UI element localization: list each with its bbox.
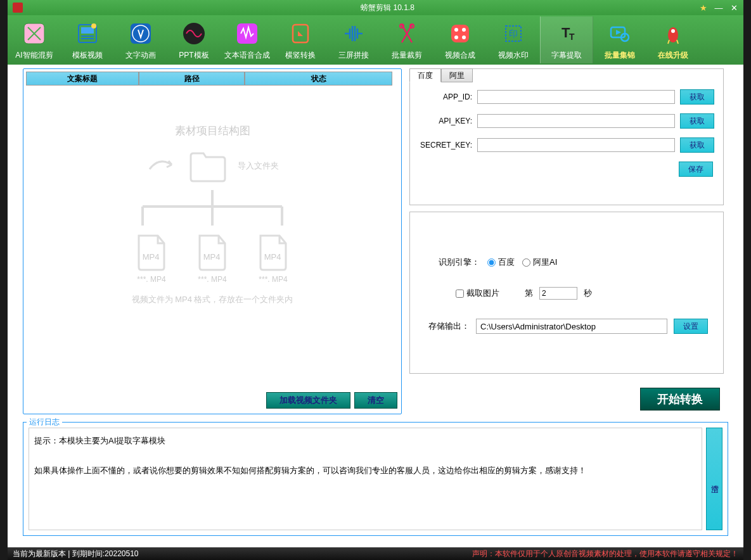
close-button[interactable]: ✕ xyxy=(729,3,738,12)
load-folder-button[interactable]: 加载视频文件夹 xyxy=(266,392,350,409)
mp4-label: ***. MP4 xyxy=(137,275,165,284)
svg-rect-2 xyxy=(81,27,94,34)
toolbar-video-merge[interactable]: 视频合成 xyxy=(433,16,487,63)
window-title: 螃蟹剪辑 10.1.8 xyxy=(76,3,699,13)
toolbar-upgrade[interactable]: 在线升级 xyxy=(646,16,700,63)
star-icon[interactable]: ★ xyxy=(699,3,708,12)
upgrade-icon xyxy=(659,20,687,48)
col-path[interactable]: 路径 xyxy=(139,72,245,86)
save-api-button[interactable]: 保存 xyxy=(679,162,713,177)
mp4-file-icon: MP4 xyxy=(255,233,291,271)
svg-point-5 xyxy=(91,23,96,29)
arrow-icon xyxy=(146,153,178,179)
svg-rect-13 xyxy=(451,25,469,42)
app-id-input[interactable] xyxy=(477,90,675,104)
col-title[interactable]: 文案标题 xyxy=(26,72,139,86)
tts-icon xyxy=(233,20,261,48)
merge-icon xyxy=(446,20,474,48)
svg-point-25 xyxy=(671,29,675,33)
engine-config-panel: 识别引擎： 百度 阿里AI 截取图片 第 秒 存储输出： 设置 xyxy=(409,212,724,374)
mp4-file-icon: MP4 xyxy=(195,233,230,271)
radio-baidu[interactable]: 百度 xyxy=(487,257,515,268)
api-config-panel: 百度 阿里 APP_ID: 获取 API_KEY: 获取 xyxy=(409,68,724,205)
svg-text:MP4: MP4 xyxy=(203,252,221,262)
structure-diagram: 素材项目结构图 导入文件夹 MP4 ***. MP4 xyxy=(26,86,399,388)
video-list-panel: 文案标题 路径 状态 素材项目结构图 导入文件夹 xyxy=(23,68,402,414)
col-status[interactable]: 状态 xyxy=(245,72,392,86)
subtitle-icon: TT xyxy=(553,20,581,48)
app-logo-icon xyxy=(13,3,23,13)
svg-point-15 xyxy=(462,28,466,32)
svg-text:印: 印 xyxy=(509,29,518,39)
toolbar-template-video[interactable]: 模板视频 xyxy=(61,16,114,63)
tab-ali[interactable]: 阿里 xyxy=(441,68,473,82)
template-video-icon xyxy=(74,20,101,48)
seconds-prefix: 第 xyxy=(525,288,533,299)
highlight-icon xyxy=(606,20,634,48)
seconds-suffix: 秒 xyxy=(584,288,592,299)
svg-point-16 xyxy=(454,35,458,39)
svg-text:MP4: MP4 xyxy=(264,252,281,262)
minimize-button[interactable]: — xyxy=(714,3,723,12)
import-label: 导入文件夹 xyxy=(238,160,279,172)
status-disclaimer: 声明：本软件仅用于个人原创音视频素材的处理，使用本软件请遵守相关规定！ xyxy=(472,549,738,559)
clear-list-button[interactable]: 清空 xyxy=(354,392,397,409)
ai-mix-icon xyxy=(20,20,48,48)
status-bar: 当前为最新版本 | 到期时间:20220510 声明：本软件仅用于个人原创音视频… xyxy=(8,547,743,560)
crop-icon xyxy=(393,20,421,48)
toolbar-batch-crop[interactable]: 批量裁剪 xyxy=(380,16,433,63)
toolbar-ai-mix[interactable]: AI智能混剪 xyxy=(8,16,61,63)
get-secret-key-button[interactable]: 获取 xyxy=(680,137,714,153)
secret-key-label: SECRET_KEY: xyxy=(419,141,472,150)
tree-connector xyxy=(130,190,295,228)
capture-checkbox[interactable]: 截取图片 xyxy=(456,288,499,299)
orient-icon xyxy=(286,20,314,48)
output-path-input[interactable] xyxy=(476,319,667,334)
mp4-label: ***. MP4 xyxy=(198,275,226,284)
seconds-input[interactable] xyxy=(539,287,577,300)
toolbar-orient[interactable]: 横竖转换 xyxy=(274,16,327,63)
mp4-file-icon: MP4 xyxy=(134,233,169,271)
toolbar-triple[interactable]: 三屏拼接 xyxy=(327,16,380,63)
main-toolbar: AI智能混剪 模板视频 文字动画 PPT模板 文本语音合成 横竖转换 三屏拼接 xyxy=(8,15,743,65)
toolbar-subtitle-extract[interactable]: TT 字幕提取 xyxy=(540,16,593,63)
output-label: 存储输出： xyxy=(425,321,470,332)
ppt-icon xyxy=(180,20,208,48)
get-api-key-button[interactable]: 获取 xyxy=(680,113,714,129)
folder-icon xyxy=(186,147,230,185)
log-panel: 运行日志 提示：本模块主要为AI提取字幕模块 如果具体操作上面不懂的，或者说你想… xyxy=(23,422,728,536)
toolbar-ppt[interactable]: PPT模板 xyxy=(167,16,221,63)
log-textarea[interactable]: 提示：本模块主要为AI提取字幕模块 如果具体操作上面不懂的，或者说你想要的剪辑效… xyxy=(29,428,702,530)
mp4-label: ***. MP4 xyxy=(259,275,287,284)
set-output-button[interactable]: 设置 xyxy=(674,319,708,334)
radio-ali[interactable]: 阿里AI xyxy=(522,257,557,268)
diagram-title: 素材项目结构图 xyxy=(175,124,250,138)
start-convert-button[interactable]: 开始转换 xyxy=(640,388,720,410)
text-anim-icon xyxy=(127,20,155,48)
title-bar: 螃蟹剪辑 10.1.8 ★ — ✕ xyxy=(8,0,743,15)
toolbar-text-anim[interactable]: 文字动画 xyxy=(114,16,167,63)
api-key-label: API_KEY: xyxy=(419,117,472,125)
get-app-id-button[interactable]: 获取 xyxy=(680,89,714,105)
svg-point-17 xyxy=(462,35,466,39)
api-key-input[interactable] xyxy=(477,114,675,128)
tab-baidu[interactable]: 百度 xyxy=(409,68,441,82)
app-id-label: APP_ID: xyxy=(419,92,472,101)
secret-key-input[interactable] xyxy=(477,138,675,152)
svg-text:MP4: MP4 xyxy=(143,252,160,262)
status-version: 当前为最新版本 | 到期时间:20220510 xyxy=(13,549,139,559)
svg-text:T: T xyxy=(569,32,575,42)
watermark-icon: 印 xyxy=(499,20,527,48)
toolbar-tts[interactable]: 文本语音合成 xyxy=(221,16,274,63)
clear-log-button[interactable]: 清空 xyxy=(706,428,722,530)
toolbar-batch-highlight[interactable]: 批量集锦 xyxy=(593,16,646,63)
log-legend: 运行日志 xyxy=(27,417,62,428)
svg-rect-6 xyxy=(131,23,151,44)
triple-icon xyxy=(340,20,368,48)
svg-point-14 xyxy=(454,28,458,32)
engine-label: 识别引擎： xyxy=(425,257,480,268)
table-header: 文案标题 路径 状态 xyxy=(26,72,399,86)
diagram-note: 视频文件为 MP4 格式，存放在一个文件夹内 xyxy=(132,294,293,305)
toolbar-watermark[interactable]: 印 视频水印 xyxy=(487,16,540,63)
